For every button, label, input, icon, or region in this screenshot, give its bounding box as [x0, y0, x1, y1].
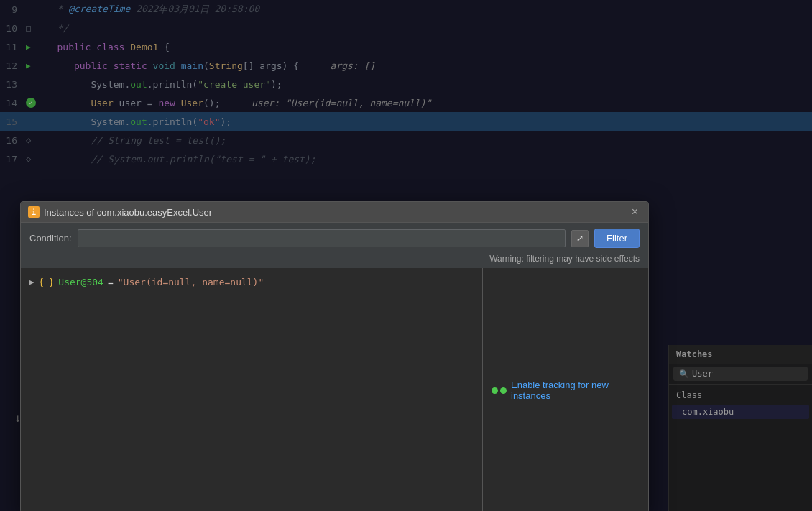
- tracking-dot-1: [492, 387, 498, 394]
- instances-panel: ▶ { } User@504 = "User(id=null, name=nul…: [21, 268, 483, 511]
- instance-equals: =: [108, 277, 114, 287]
- modal-toolbar: Condition: ⤢ Filter: [21, 223, 648, 254]
- condition-input[interactable]: [78, 229, 566, 247]
- filter-button[interactable]: Filter: [594, 229, 640, 248]
- modal-icon: i: [28, 206, 40, 218]
- modal-body: ▶ { } User@504 = "User(id=null, name=nul…: [21, 268, 648, 511]
- modal-title-left: i Instances of com.xiaobu.easyExcel.User: [28, 206, 212, 218]
- tracking-dot-2: [500, 387, 507, 394]
- instances-modal: i Instances of com.xiaobu.easyExcel.User…: [20, 201, 649, 511]
- expand-arrow-icon: ▶: [29, 277, 34, 287]
- modal-title-text: Instances of com.xiaobu.easyExcel.User: [44, 207, 212, 218]
- modal-right-panel: Enable tracking for new instances: [483, 268, 648, 511]
- tracking-link[interactable]: Enable tracking for new instances: [511, 379, 640, 401]
- instance-row[interactable]: ▶ { } User@504 = "User(id=null, name=nul…: [27, 274, 476, 290]
- tracking-row[interactable]: Enable tracking for new instances: [492, 379, 640, 401]
- instance-object-icon: { }: [39, 277, 55, 287]
- modal-icon-label: i: [32, 208, 36, 216]
- expand-button[interactable]: ⤢: [571, 230, 589, 247]
- tracking-dots: [492, 387, 507, 394]
- warning-text: Warning: filtering may have side effects: [21, 254, 648, 268]
- instance-value: "User(id=null, name=null)": [118, 277, 264, 287]
- condition-label: Condition:: [29, 233, 72, 244]
- instance-name: User@504: [58, 277, 103, 287]
- modal-close-button[interactable]: ×: [629, 206, 641, 218]
- modal-titlebar: i Instances of com.xiaobu.easyExcel.User…: [21, 202, 648, 223]
